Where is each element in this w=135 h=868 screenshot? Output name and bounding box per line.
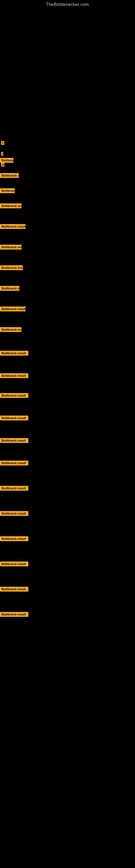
result-item-9: Bottleneck result <box>0 306 135 313</box>
result-badge-6: Bottleneck result <box>0 245 21 250</box>
result-item-16: Bottleneck result <box>0 460 135 466</box>
result-item-17: Bottleneck result <box>0 485 135 491</box>
result-badge-15: Bottleneck result <box>0 438 28 443</box>
result-item-20: Bottleneck result <box>0 561 135 567</box>
result-badge-4: Bottleneck result <box>0 204 21 208</box>
results-container: Bottleneck result Bottleneck result Bott… <box>0 157 135 617</box>
result-item-18: Bottleneck result <box>0 510 135 517</box>
result-badge-16: Bottleneck result <box>0 461 28 465</box>
site-title: TheBottlenecker.com <box>0 0 135 8</box>
result-badge-19: Bottleneck result <box>0 536 28 541</box>
result-badge-10: Bottleneck result <box>0 327 21 332</box>
result-item-15: Bottleneck result <box>0 437 135 443</box>
result-item-4: Bottleneck result <box>0 203 135 210</box>
result-item-19: Bottleneck result <box>0 535 135 542</box>
result-badge-2: Bottleneck result <box>0 173 19 178</box>
result-item-10: Bottleneck result <box>0 327 135 334</box>
result-item-8: Bottleneck result <box>0 285 135 292</box>
result-item-2: Bottleneck result <box>0 173 135 180</box>
result-badge-9: Bottleneck result <box>0 307 26 311</box>
result-badge-12: Bottleneck result <box>0 373 28 378</box>
result-badge-18: Bottleneck result <box>0 511 28 516</box>
result-badge-22: Bottleneck result <box>0 612 28 617</box>
result-badge-11: Bottleneck result <box>0 351 28 355</box>
result-item-11: Bottleneck result <box>0 350 135 356</box>
result-item-22: Bottleneck result <box>0 611 135 617</box>
result-item-1: Bottleneck result <box>0 157 135 164</box>
result-badge-13: Bottleneck result <box>0 393 28 398</box>
result-item-21: Bottleneck result <box>0 586 135 592</box>
result-badge-17: Bottleneck result <box>0 486 28 491</box>
result-item-6: Bottleneck result <box>0 244 135 251</box>
result-item-7: Bottleneck result <box>0 265 135 272</box>
result-item-5: Bottleneck result <box>0 223 135 230</box>
result-item-13: Bottleneck result <box>0 392 135 399</box>
result-item-12: Bottleneck result <box>0 372 135 379</box>
result-badge-7: Bottleneck result <box>0 265 23 270</box>
result-item-3: Bottleneck result <box>0 188 135 195</box>
small-label-pipe: | <box>1 152 3 156</box>
result-badge-20: Bottleneck result <box>0 561 28 566</box>
small-label-e: E <box>1 141 4 145</box>
result-badge-3: Bottleneck result <box>0 188 15 193</box>
result-item-14: Bottleneck result <box>0 415 135 421</box>
result-badge-8: Bottleneck result <box>0 286 19 291</box>
result-badge-14: Bottleneck result <box>0 415 28 421</box>
result-badge-21: Bottleneck result <box>0 587 28 592</box>
result-badge-1: Bottleneck result <box>0 158 13 163</box>
result-badge-5: Bottleneck result <box>0 224 26 229</box>
